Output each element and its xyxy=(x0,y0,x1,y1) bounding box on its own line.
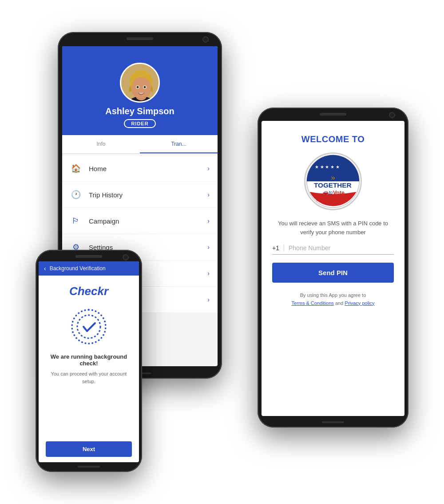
right-phone-home-bar xyxy=(322,421,344,423)
svg-text:★ ★ ★ ★ ★: ★ ★ ★ ★ ★ xyxy=(316,198,338,202)
arrow-icon-campaign: › xyxy=(207,217,210,224)
avatar xyxy=(120,63,160,103)
back-icon[interactable]: ‹ xyxy=(44,265,46,272)
svg-point-6 xyxy=(137,86,139,88)
phone-input-row[interactable]: +1 Phone Number xyxy=(272,244,394,255)
scene: Ashley Simpson RIDER Info Tran... 🏠 Home… xyxy=(22,19,422,485)
and-text: and xyxy=(335,300,343,306)
menu-item-campaign[interactable]: 🏳 Campaign › xyxy=(62,208,218,234)
menu-item-home[interactable]: 🏠 Home › xyxy=(62,156,218,182)
small-phone-home-bar xyxy=(78,466,100,468)
svg-text:Vote: Vote xyxy=(333,190,345,196)
checkr-header: ‹ Background Verification xyxy=(39,261,139,276)
terms-link[interactable]: Terms & Conditions xyxy=(291,300,333,306)
arrow-icon-home: › xyxy=(207,165,210,172)
menu-label-home: Home xyxy=(89,165,107,172)
welcome-title: WELCOME TO xyxy=(301,134,365,144)
go-together-logo: ★ ★ ★ ★ ★ GO » TOGETHER 🚗 to Vote ★ ★ xyxy=(304,152,362,210)
svg-point-7 xyxy=(144,86,146,88)
checkr-screen: ‹ Background Verification Checkr We are … xyxy=(39,261,139,462)
tab-1[interactable]: Info xyxy=(62,135,140,153)
svg-text:GO: GO xyxy=(317,172,332,182)
svg-text:★ ★ ★ ★ ★: ★ ★ ★ ★ ★ xyxy=(315,164,340,169)
phone-small: ‹ Background Verification Checkr We are … xyxy=(36,250,142,472)
home-icon: 🏠 xyxy=(70,163,82,174)
rider-badge: RIDER xyxy=(124,119,155,128)
country-code: +1 xyxy=(272,244,284,252)
tab-2[interactable]: Tran... xyxy=(140,135,218,153)
checkr-body: Checkr We are running background check! … xyxy=(39,276,139,436)
phone-input-placeholder: Phone Number xyxy=(289,244,330,252)
send-pin-button[interactable]: Send PIN xyxy=(272,263,394,283)
checkr-desc: You can proceed with your account setup. xyxy=(46,370,132,385)
svg-text:TOGETHER: TOGETHER xyxy=(314,181,351,189)
svg-text:»: » xyxy=(331,173,335,182)
next-button[interactable]: Next xyxy=(46,441,132,457)
svg-text:🚗: 🚗 xyxy=(322,189,329,195)
campaign-icon: 🏳 xyxy=(70,215,82,227)
checkr-title: We are running background check! xyxy=(46,353,132,367)
profile-name: Ashley Simpson xyxy=(105,106,174,116)
arrow-icon-logout: › xyxy=(207,296,210,303)
svg-point-17 xyxy=(77,315,100,338)
svg-text:to: to xyxy=(329,190,333,195)
terms-prefix: By using this App you agree to xyxy=(300,292,366,298)
menu-label-campaign: Campaign xyxy=(89,217,119,225)
arrow-icon-trip: › xyxy=(207,191,210,198)
welcome-screen: WELCOME TO ★ ★ ★ ★ ★ GO xyxy=(262,121,404,416)
menu-label-trip-history: Trip History xyxy=(89,191,123,199)
checkr-brand: Checkr xyxy=(69,284,108,298)
phone-small-screen: ‹ Background Verification Checkr We are … xyxy=(39,261,139,462)
arrow-icon-settings: › xyxy=(207,244,210,251)
clock-icon: 🕐 xyxy=(70,189,82,200)
sms-description: You will recieve an SMS with a PIN code … xyxy=(272,219,394,236)
checkr-check-icon xyxy=(71,309,107,344)
phone-right-screen: WELCOME TO ★ ★ ★ ★ ★ GO xyxy=(262,121,404,416)
terms-area: By using this App you agree to Terms & C… xyxy=(291,292,374,307)
profile-header: Ashley Simpson RIDER xyxy=(62,46,218,135)
checkr-footer: Next xyxy=(39,436,139,462)
privacy-link[interactable]: Privacy policy xyxy=(345,300,374,306)
profile-tab-bar: Info Tran... xyxy=(62,135,218,154)
phone-right: WELCOME TO ★ ★ ★ ★ ★ GO xyxy=(258,108,408,428)
arrow-icon-about: › xyxy=(207,270,210,277)
menu-item-trip-history[interactable]: 🕐 Trip History › xyxy=(62,182,218,208)
checkr-header-title: Background Verification xyxy=(50,265,106,272)
